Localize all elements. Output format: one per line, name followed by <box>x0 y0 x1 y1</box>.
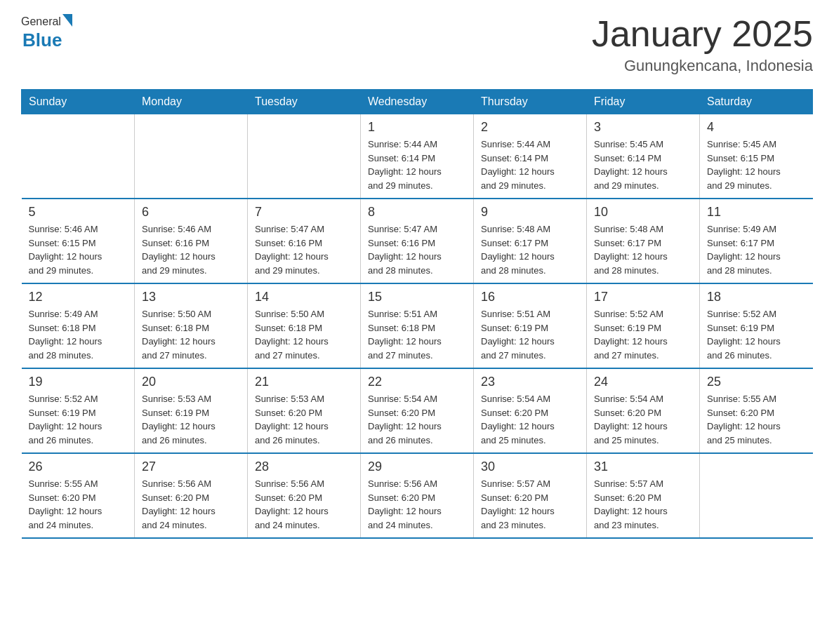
day-number: 27 <box>142 459 240 474</box>
day-number: 2 <box>481 120 579 135</box>
logo: General Blue <box>21 14 72 51</box>
calendar-week-row: 19Sunrise: 5:52 AM Sunset: 6:19 PM Dayli… <box>22 368 813 453</box>
day-header-friday: Friday <box>587 90 700 114</box>
day-info: Sunrise: 5:45 AM Sunset: 6:14 PM Dayligh… <box>594 137 692 192</box>
day-info: Sunrise: 5:54 AM Sunset: 6:20 PM Dayligh… <box>594 392 692 447</box>
day-number: 25 <box>707 375 806 389</box>
calendar-header: SundayMondayTuesdayWednesdayThursdayFrid… <box>22 90 813 114</box>
day-info: Sunrise: 5:48 AM Sunset: 6:17 PM Dayligh… <box>481 222 579 277</box>
calendar-cell: 4Sunrise: 5:45 AM Sunset: 6:15 PM Daylig… <box>700 114 813 199</box>
day-number: 7 <box>255 205 353 220</box>
calendar-week-row: 1Sunrise: 5:44 AM Sunset: 6:14 PM Daylig… <box>22 114 813 199</box>
calendar-cell: 3Sunrise: 5:45 AM Sunset: 6:14 PM Daylig… <box>587 114 700 199</box>
calendar-cell: 7Sunrise: 5:47 AM Sunset: 6:16 PM Daylig… <box>248 199 361 283</box>
day-number: 3 <box>594 120 692 135</box>
calendar-cell: 21Sunrise: 5:53 AM Sunset: 6:20 PM Dayli… <box>248 368 361 453</box>
day-number: 19 <box>29 375 128 389</box>
day-number: 17 <box>594 290 692 304</box>
logo-arrow-icon <box>62 14 72 27</box>
calendar-cell <box>135 114 248 199</box>
calendar-cell: 31Sunrise: 5:57 AM Sunset: 6:20 PM Dayli… <box>587 453 700 538</box>
day-info: Sunrise: 5:56 AM Sunset: 6:20 PM Dayligh… <box>142 477 240 532</box>
day-info: Sunrise: 5:55 AM Sunset: 6:20 PM Dayligh… <box>707 392 806 447</box>
calendar-cell: 10Sunrise: 5:48 AM Sunset: 6:17 PM Dayli… <box>587 199 700 283</box>
day-number: 6 <box>142 205 240 220</box>
calendar-cell: 18Sunrise: 5:52 AM Sunset: 6:19 PM Dayli… <box>700 283 813 368</box>
calendar-cell: 17Sunrise: 5:52 AM Sunset: 6:19 PM Dayli… <box>587 283 700 368</box>
day-number: 14 <box>255 290 353 304</box>
day-number: 9 <box>481 205 579 220</box>
calendar-week-row: 12Sunrise: 5:49 AM Sunset: 6:18 PM Dayli… <box>22 283 813 368</box>
day-info: Sunrise: 5:51 AM Sunset: 6:18 PM Dayligh… <box>368 307 466 362</box>
day-number: 1 <box>368 120 466 135</box>
day-info: Sunrise: 5:44 AM Sunset: 6:14 PM Dayligh… <box>368 137 466 192</box>
day-info: Sunrise: 5:53 AM Sunset: 6:19 PM Dayligh… <box>142 392 240 447</box>
day-info: Sunrise: 5:52 AM Sunset: 6:19 PM Dayligh… <box>29 392 128 447</box>
day-header-saturday: Saturday <box>700 90 813 114</box>
day-info: Sunrise: 5:48 AM Sunset: 6:17 PM Dayligh… <box>594 222 692 277</box>
calendar-cell: 9Sunrise: 5:48 AM Sunset: 6:17 PM Daylig… <box>474 199 587 283</box>
day-info: Sunrise: 5:46 AM Sunset: 6:16 PM Dayligh… <box>142 222 240 277</box>
calendar-week-row: 26Sunrise: 5:55 AM Sunset: 6:20 PM Dayli… <box>22 453 813 538</box>
calendar-cell: 5Sunrise: 5:46 AM Sunset: 6:15 PM Daylig… <box>22 199 135 283</box>
calendar-cell: 24Sunrise: 5:54 AM Sunset: 6:20 PM Dayli… <box>587 368 700 453</box>
calendar-cell: 16Sunrise: 5:51 AM Sunset: 6:19 PM Dayli… <box>474 283 587 368</box>
day-number: 8 <box>368 205 466 220</box>
day-number: 13 <box>142 290 240 304</box>
day-header-sunday: Sunday <box>22 90 135 114</box>
calendar-cell: 29Sunrise: 5:56 AM Sunset: 6:20 PM Dayli… <box>361 453 474 538</box>
page-header: General Blue January 2025 Gunungkencana,… <box>21 14 813 75</box>
location: Gunungkencana, Indonesia <box>592 57 813 75</box>
day-info: Sunrise: 5:51 AM Sunset: 6:19 PM Dayligh… <box>481 307 579 362</box>
day-info: Sunrise: 5:52 AM Sunset: 6:19 PM Dayligh… <box>594 307 692 362</box>
calendar-cell <box>22 114 135 199</box>
calendar-cell: 28Sunrise: 5:56 AM Sunset: 6:20 PM Dayli… <box>248 453 361 538</box>
month-title: January 2025 <box>592 14 813 54</box>
calendar-cell: 13Sunrise: 5:50 AM Sunset: 6:18 PM Dayli… <box>135 283 248 368</box>
day-header-tuesday: Tuesday <box>248 90 361 114</box>
calendar-week-row: 5Sunrise: 5:46 AM Sunset: 6:15 PM Daylig… <box>22 199 813 283</box>
day-number: 20 <box>142 375 240 389</box>
day-number: 21 <box>255 375 353 389</box>
day-info: Sunrise: 5:57 AM Sunset: 6:20 PM Dayligh… <box>481 477 579 532</box>
day-number: 18 <box>707 290 806 304</box>
day-info: Sunrise: 5:54 AM Sunset: 6:20 PM Dayligh… <box>481 392 579 447</box>
day-info: Sunrise: 5:53 AM Sunset: 6:20 PM Dayligh… <box>255 392 353 447</box>
calendar-cell: 23Sunrise: 5:54 AM Sunset: 6:20 PM Dayli… <box>474 368 587 453</box>
day-number: 29 <box>368 459 466 474</box>
calendar-cell: 27Sunrise: 5:56 AM Sunset: 6:20 PM Dayli… <box>135 453 248 538</box>
day-info: Sunrise: 5:50 AM Sunset: 6:18 PM Dayligh… <box>255 307 353 362</box>
calendar-cell: 30Sunrise: 5:57 AM Sunset: 6:20 PM Dayli… <box>474 453 587 538</box>
day-info: Sunrise: 5:56 AM Sunset: 6:20 PM Dayligh… <box>368 477 466 532</box>
logo-blue-text: Blue <box>22 29 62 51</box>
day-number: 23 <box>481 375 579 389</box>
day-info: Sunrise: 5:57 AM Sunset: 6:20 PM Dayligh… <box>594 477 692 532</box>
day-info: Sunrise: 5:47 AM Sunset: 6:16 PM Dayligh… <box>368 222 466 277</box>
day-info: Sunrise: 5:52 AM Sunset: 6:19 PM Dayligh… <box>707 307 806 362</box>
calendar-table: SundayMondayTuesdayWednesdayThursdayFrid… <box>21 89 813 539</box>
calendar-cell: 8Sunrise: 5:47 AM Sunset: 6:16 PM Daylig… <box>361 199 474 283</box>
day-info: Sunrise: 5:56 AM Sunset: 6:20 PM Dayligh… <box>255 477 353 532</box>
day-info: Sunrise: 5:46 AM Sunset: 6:15 PM Dayligh… <box>29 222 128 277</box>
day-info: Sunrise: 5:47 AM Sunset: 6:16 PM Dayligh… <box>255 222 353 277</box>
day-info: Sunrise: 5:44 AM Sunset: 6:14 PM Dayligh… <box>481 137 579 192</box>
day-number: 24 <box>594 375 692 389</box>
day-info: Sunrise: 5:55 AM Sunset: 6:20 PM Dayligh… <box>29 477 128 532</box>
calendar-cell: 2Sunrise: 5:44 AM Sunset: 6:14 PM Daylig… <box>474 114 587 199</box>
day-headers-row: SundayMondayTuesdayWednesdayThursdayFrid… <box>22 90 813 114</box>
day-header-thursday: Thursday <box>474 90 587 114</box>
calendar-cell: 1Sunrise: 5:44 AM Sunset: 6:14 PM Daylig… <box>361 114 474 199</box>
day-number: 12 <box>29 290 128 304</box>
logo-general-text: General <box>21 15 61 28</box>
day-header-wednesday: Wednesday <box>361 90 474 114</box>
day-info: Sunrise: 5:49 AM Sunset: 6:17 PM Dayligh… <box>707 222 806 277</box>
calendar-cell: 11Sunrise: 5:49 AM Sunset: 6:17 PM Dayli… <box>700 199 813 283</box>
calendar-cell: 19Sunrise: 5:52 AM Sunset: 6:19 PM Dayli… <box>22 368 135 453</box>
day-header-monday: Monday <box>135 90 248 114</box>
day-number: 4 <box>707 120 806 135</box>
calendar-cell: 15Sunrise: 5:51 AM Sunset: 6:18 PM Dayli… <box>361 283 474 368</box>
day-number: 31 <box>594 459 692 474</box>
calendar-cell: 26Sunrise: 5:55 AM Sunset: 6:20 PM Dayli… <box>22 453 135 538</box>
day-number: 11 <box>707 205 806 220</box>
calendar-body: 1Sunrise: 5:44 AM Sunset: 6:14 PM Daylig… <box>22 114 813 539</box>
